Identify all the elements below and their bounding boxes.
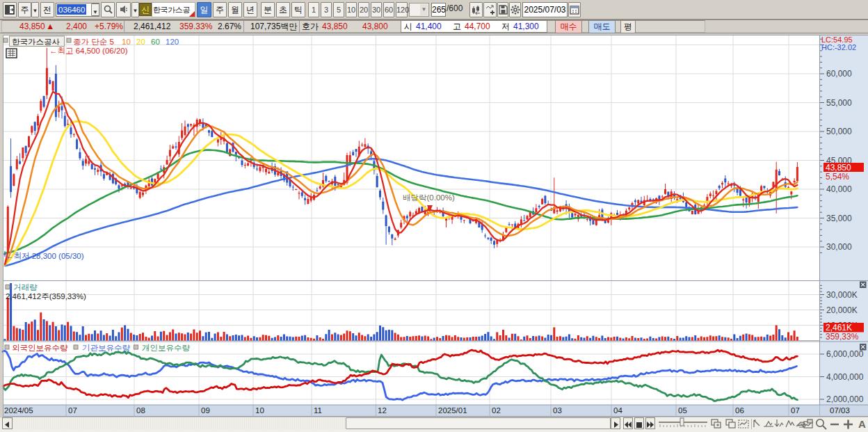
svg-text:6,000,000: 6,000,000 bbox=[826, 349, 864, 359]
svg-text:2025/01: 2025/01 bbox=[438, 406, 467, 415]
svg-text:43,850: 43,850 bbox=[826, 163, 851, 173]
svg-text:←최저 28,300 (05/30): ←최저 28,300 (05/30) bbox=[6, 252, 84, 260]
svg-text:02: 02 bbox=[492, 406, 501, 415]
svg-text:60,000: 60,000 bbox=[826, 69, 852, 79]
svg-text:5,54%: 5,54% bbox=[826, 172, 849, 182]
svg-text:A: A bbox=[858, 418, 866, 430]
svg-text:07: 07 bbox=[791, 406, 800, 415]
svg-text:종가 단순 5: 종가 단순 5 bbox=[73, 38, 114, 46]
svg-text:120: 120 bbox=[166, 38, 179, 46]
svg-text:10: 10 bbox=[122, 38, 131, 46]
svg-text:04: 04 bbox=[613, 406, 622, 415]
svg-text:2,000,000: 2,000,000 bbox=[826, 394, 864, 404]
svg-text:55,000: 55,000 bbox=[826, 98, 852, 108]
svg-text:거래량: 거래량 bbox=[13, 283, 38, 291]
svg-text:2,461,412주(359,33%): 2,461,412주(359,33%) bbox=[6, 292, 86, 301]
svg-text:35,000: 35,000 bbox=[826, 214, 852, 223]
svg-text:05: 05 bbox=[678, 406, 687, 415]
svg-text:09: 09 bbox=[201, 406, 210, 415]
svg-text:30,000: 30,000 bbox=[826, 242, 852, 252]
svg-text:11: 11 bbox=[314, 406, 322, 415]
svg-text:2,461K: 2,461K bbox=[826, 323, 852, 333]
svg-text:07: 07 bbox=[68, 406, 77, 415]
svg-text:외국인보유수량: 외국인보유수량 bbox=[12, 344, 68, 352]
svg-text:50,000: 50,000 bbox=[826, 127, 852, 136]
svg-text:60: 60 bbox=[151, 38, 160, 46]
svg-text:2024/05: 2024/05 bbox=[4, 406, 33, 415]
svg-text:한국가스공사: 한국가스공사 bbox=[12, 38, 60, 46]
svg-text:4,000,000: 4,000,000 bbox=[826, 372, 864, 382]
svg-text:20: 20 bbox=[136, 38, 145, 46]
svg-text:10: 10 bbox=[255, 406, 264, 415]
svg-text:40,000: 40,000 bbox=[826, 184, 852, 194]
svg-text:06: 06 bbox=[735, 406, 744, 415]
svg-text:03: 03 bbox=[553, 406, 562, 415]
svg-text:20,000K: 20,000K bbox=[826, 305, 858, 315]
svg-text:배당락(0.00%): 배당락(0.00%) bbox=[403, 193, 455, 202]
svg-text:07/03: 07/03 bbox=[830, 406, 850, 415]
svg-text:기관보유수량: 기관보유수량 bbox=[82, 344, 131, 352]
svg-text:08: 08 bbox=[136, 406, 145, 415]
svg-text:359,33%: 359,33% bbox=[826, 332, 859, 342]
svg-text:12: 12 bbox=[378, 406, 387, 415]
svg-text:HC:-32.02: HC:-32.02 bbox=[821, 43, 856, 51]
svg-text:←최고 64,500 (06/20): ←최고 64,500 (06/20) bbox=[49, 47, 128, 55]
svg-text:개인보유수량: 개인보유수량 bbox=[142, 344, 191, 352]
svg-text:30,000K: 30,000K bbox=[826, 290, 858, 300]
